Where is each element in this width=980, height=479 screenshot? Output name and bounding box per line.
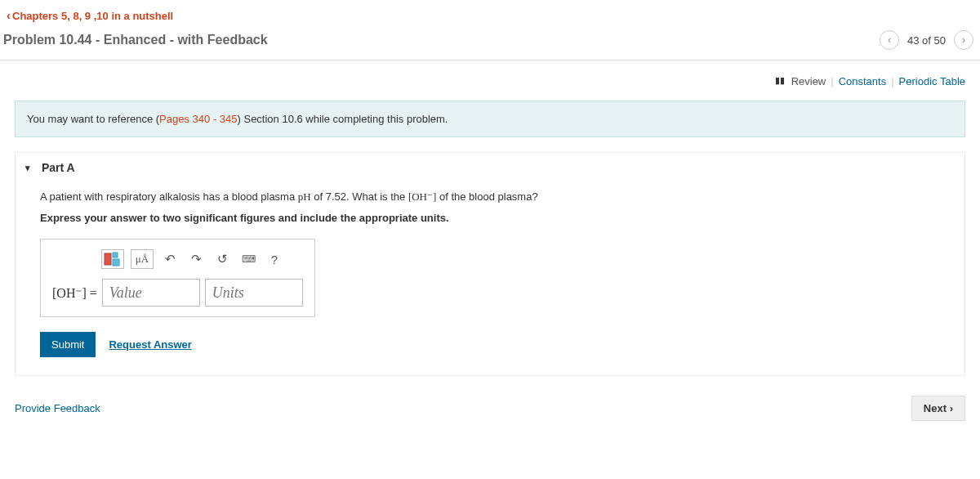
- resource-links: ▮▮ Review | Constants | Periodic Table: [0, 60, 980, 87]
- page-title: Problem 10.44 - Enhanced - with Feedback: [3, 33, 268, 47]
- provide-feedback-link[interactable]: Provide Feedback: [15, 402, 100, 414]
- units-input[interactable]: [205, 279, 303, 307]
- submit-button[interactable]: Submit: [40, 332, 96, 357]
- reset-icon[interactable]: ↺: [212, 249, 232, 269]
- keyboard-icon[interactable]: ⌨: [238, 249, 258, 269]
- nav-count: 43 of 50: [907, 34, 946, 47]
- next-page-button[interactable]: Next: [911, 396, 965, 421]
- template-icon[interactable]: [101, 249, 124, 269]
- part-a-header[interactable]: Part A: [16, 153, 964, 182]
- svg-rect-2: [113, 259, 119, 266]
- part-a-box: Part A A patient with respiratory alkalo…: [15, 152, 965, 376]
- help-icon[interactable]: ?: [265, 249, 284, 269]
- svg-rect-1: [113, 253, 118, 257]
- question-text: A patient with respiratory alkalosis has…: [40, 190, 940, 204]
- request-answer-link[interactable]: Request Answer: [109, 338, 191, 351]
- answer-lhs: [OH⁻] =: [52, 285, 97, 301]
- answer-toolbar: μÅ ↶ ↷ ↺ ⌨ ?: [101, 249, 303, 269]
- review-link[interactable]: Review: [791, 75, 826, 87]
- next-button[interactable]: ›: [954, 30, 973, 50]
- answer-instruction: Express your answer to two significant f…: [40, 212, 940, 224]
- nav-controls: ‹ 43 of 50 ›: [880, 30, 973, 50]
- symbols-icon[interactable]: μÅ: [131, 249, 154, 269]
- review-icon: ▮▮: [775, 75, 785, 87]
- reference-box: You may want to reference (Pages 340 - 3…: [15, 101, 965, 137]
- undo-icon[interactable]: ↶: [160, 249, 180, 269]
- svg-rect-0: [105, 253, 111, 265]
- pages-link[interactable]: Pages 340 - 345: [159, 113, 237, 125]
- periodic-table-link[interactable]: Periodic Table: [899, 75, 965, 87]
- prev-button[interactable]: ‹: [880, 30, 899, 50]
- value-input[interactable]: [102, 279, 200, 307]
- answer-area: μÅ ↶ ↷ ↺ ⌨ ? [OH⁻] =: [40, 239, 315, 317]
- redo-icon[interactable]: ↷: [186, 249, 206, 269]
- constants-link[interactable]: Constants: [839, 75, 887, 87]
- breadcrumb[interactable]: Chapters 5, 8, 9 ,10 in a nutshell: [7, 10, 173, 22]
